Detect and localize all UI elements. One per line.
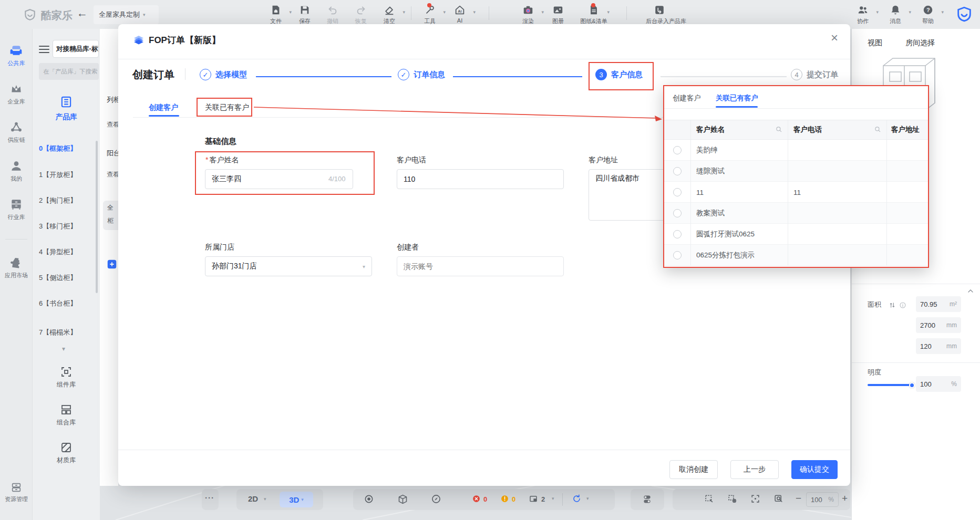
zoom-out-button[interactable]: − xyxy=(796,493,801,504)
design-name-select[interactable]: 全屋家具定制 ▾ xyxy=(94,5,159,24)
back-button[interactable]: ← xyxy=(77,7,88,19)
table-row[interactable]: 教案测试 xyxy=(664,203,928,224)
toolbar-item-ai[interactable]: ▾AI xyxy=(446,4,473,24)
radio-button[interactable] xyxy=(673,167,682,175)
caret-down-icon: ▾ xyxy=(363,264,365,269)
toolbar-item-save[interactable]: 保存 xyxy=(291,4,318,25)
content-link[interactable]: 查看 xyxy=(107,120,118,129)
sidebar-item-hub[interactable]: 供应链 xyxy=(0,120,33,144)
toolbar-item-eraser[interactable]: ▾清空 xyxy=(376,4,403,25)
toolbar-item-bell[interactable]: ▾消息 xyxy=(882,4,909,25)
cube-view-button[interactable] xyxy=(397,494,408,505)
table-row[interactable]: 1111 xyxy=(664,182,928,203)
radio-button[interactable] xyxy=(673,188,682,196)
catalog-list-item[interactable]: 3【移门柜】 xyxy=(39,222,96,231)
zoom-in-button[interactable]: + xyxy=(842,493,848,504)
radio-button[interactable] xyxy=(673,251,682,259)
brightness-value-box[interactable]: 100 % xyxy=(916,376,961,392)
select-region-button[interactable] xyxy=(704,494,714,504)
sidebar-item-user[interactable]: 我的 xyxy=(0,159,33,183)
image-export-button[interactable] xyxy=(681,494,691,504)
toolbar-item-album[interactable]: 图册 xyxy=(544,4,572,25)
toolbar-item-camera[interactable]: ▾渲染 xyxy=(514,4,542,25)
content-card[interactable]: 全 柜 xyxy=(103,201,118,230)
toolbar-item-wrench[interactable]: ▾工具 xyxy=(416,4,443,25)
tab-create-customer[interactable]: 创建客户 xyxy=(149,103,178,112)
toolbar-item-doc[interactable]: ▾图纸&清单 xyxy=(580,4,607,25)
zoom-region-button[interactable] xyxy=(773,494,783,504)
menu-icon[interactable] xyxy=(39,44,49,55)
sidebar-item-cabinet[interactable]: 行业库 xyxy=(0,197,33,221)
catalog-scrollbar[interactable] xyxy=(96,141,98,293)
orbit-button[interactable] xyxy=(364,494,374,504)
radio-button[interactable] xyxy=(673,230,682,238)
toolbar-item-file[interactable]: ▾文件 xyxy=(262,4,290,25)
table-row[interactable]: 圆弧打牙测试0625 xyxy=(664,224,928,245)
tab-room-select[interactable]: 房间选择 xyxy=(905,38,935,48)
warning-badge[interactable] xyxy=(500,494,509,503)
tab-view[interactable]: 视图 xyxy=(868,38,882,48)
more-items-caret[interactable]: ▾ xyxy=(62,345,65,352)
property-value-box[interactable]: 70.95m² xyxy=(916,296,961,312)
view-3d-button[interactable]: 3D▾ xyxy=(280,492,313,507)
creator-input[interactable] xyxy=(397,256,564,276)
window-badge[interactable] xyxy=(529,494,538,504)
search-icon[interactable] xyxy=(775,126,782,134)
toolbar-item-users[interactable]: ▾协作 xyxy=(849,4,876,25)
customer-phone-input[interactable] xyxy=(397,169,564,189)
library-name-box[interactable]: 对接精品库-标准 xyxy=(53,40,99,58)
catalog-list-item[interactable]: 2【掏门柜】 xyxy=(39,196,96,205)
swap-icon[interactable] xyxy=(889,300,896,309)
caret-down-icon[interactable]: ▾ xyxy=(552,496,554,501)
catalog-list-item[interactable]: 5【侧边柜】 xyxy=(39,273,96,283)
select-settings-button[interactable] xyxy=(727,494,737,504)
collapse-section-icon[interactable] xyxy=(966,287,975,297)
focus-view-button[interactable] xyxy=(750,494,760,504)
catalog-list-item[interactable]: 7【榻榻米】 xyxy=(39,328,96,337)
radio-button[interactable] xyxy=(673,146,682,154)
sidebar-item-resource-manager[interactable]: 资源管理 xyxy=(0,482,33,503)
store-select[interactable]: 孙部门31门店 ▾ xyxy=(205,256,372,276)
tab-comblib[interactable]: 组合库 xyxy=(50,403,82,427)
sidebar-item-crown[interactable]: 企业库 xyxy=(0,82,33,106)
search-input[interactable]: 在「产品库」下搜索 xyxy=(39,63,99,80)
compass-button[interactable] xyxy=(431,494,441,504)
toolbar-item-help[interactable]: ▾帮助 xyxy=(914,4,942,25)
sidebar-item-sofa[interactable]: 公共库 xyxy=(0,44,33,67)
tab-complib[interactable]: 组件库 xyxy=(50,366,82,389)
search-icon[interactable] xyxy=(874,126,881,134)
caret-down-icon[interactable]: ▾ xyxy=(586,496,589,501)
popup-tab-create-customer[interactable]: 创建客户 xyxy=(673,93,701,103)
tab-product-library[interactable]: 产品库 xyxy=(50,95,82,122)
more-tools-button[interactable]: ··· xyxy=(205,493,214,502)
radio-button[interactable] xyxy=(673,209,682,217)
layer-toggle-button[interactable] xyxy=(642,494,653,505)
popup-tab-link-existing[interactable]: 关联已有客户 xyxy=(716,93,758,103)
catalog-item-thumbnail-icon[interactable] xyxy=(106,258,118,272)
catalog-list-item[interactable]: 6【书台柜】 xyxy=(39,299,96,308)
confirm-submit-button[interactable]: 确认提交 xyxy=(791,460,838,479)
brightness-slider[interactable] xyxy=(868,384,914,386)
property-value-box[interactable]: 120mm xyxy=(916,338,961,354)
tab-matlib[interactable]: 材质库 xyxy=(50,441,82,465)
sidebar-item-puzzle[interactable]: 应用市场 xyxy=(0,256,33,279)
tab-link-existing-customer[interactable]: 关联已有客户 xyxy=(205,103,249,112)
zoom-level-box[interactable]: 100% xyxy=(806,492,839,507)
table-row[interactable]: 美韵绅 xyxy=(664,140,928,161)
catalog-list-item[interactable]: 4【异型柜】 xyxy=(39,247,96,257)
slider-knob[interactable] xyxy=(909,382,915,388)
table-row[interactable]: 0625分拣打包演示 xyxy=(664,245,928,266)
catalog-list-item[interactable]: 1【开放柜】 xyxy=(39,170,96,180)
cancel-create-button[interactable]: 取消创建 xyxy=(669,460,718,479)
table-row[interactable]: 缝隙测试 xyxy=(664,161,928,182)
property-value-box[interactable]: 2700mm xyxy=(916,317,961,333)
view-2d-button[interactable]: 2D xyxy=(248,494,258,503)
refresh-button[interactable] xyxy=(572,494,582,504)
error-badge[interactable] xyxy=(472,494,481,503)
content-link[interactable]: 查看 xyxy=(107,170,118,179)
previous-step-button[interactable]: 上一步 xyxy=(730,460,779,479)
catalog-list-item[interactable]: 0【框架柜】 xyxy=(39,144,96,153)
account-logo-badge[interactable] xyxy=(955,5,973,25)
toolbar-item-boxin[interactable]: 后台录入产品库 xyxy=(646,4,673,25)
close-icon[interactable]: × xyxy=(831,32,838,44)
